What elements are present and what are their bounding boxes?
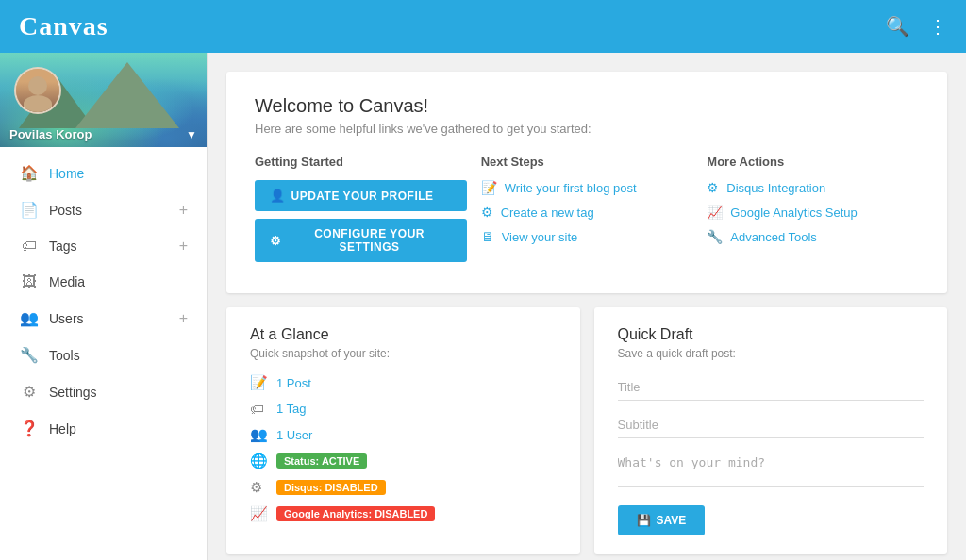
quick-draft-title: Quick Draft bbox=[618, 326, 924, 343]
glance-users-item: 👥 1 User bbox=[250, 426, 557, 443]
sidebar-item-label: Posts bbox=[49, 203, 179, 218]
more-actions-col: More Actions ⚙ Disqus Integration 📈 Goog… bbox=[707, 155, 919, 270]
home-icon: 🏠 bbox=[19, 164, 40, 182]
glance-disqus-item: ⚙ Disqus: DISABLED bbox=[250, 479, 557, 496]
quick-draft-card: Quick Draft Save a quick draft post: 💾 S… bbox=[594, 307, 948, 554]
posts-icon: 📄 bbox=[19, 201, 40, 219]
welcome-subtitle: Here are some helpful links we've gather… bbox=[255, 122, 919, 136]
disqus-badge: Disqus: DISABLED bbox=[276, 480, 386, 495]
welcome-card: Welcome to Canvas! Here are some helpful… bbox=[226, 72, 947, 293]
sidebar-item-users[interactable]: 👥 Users + bbox=[0, 300, 207, 337]
sidebar-item-help[interactable]: ❓ Help bbox=[0, 410, 207, 447]
globe-icon: 🌐 bbox=[250, 453, 267, 469]
posts-glance-icon: 📝 bbox=[250, 374, 267, 391]
quick-draft-subtitle: Save a quick draft post: bbox=[618, 347, 924, 360]
add-tag-icon[interactable]: + bbox=[179, 238, 188, 255]
configure-settings-button[interactable]: ⚙ CONFIGURE YOUR SETTINGS bbox=[255, 219, 467, 262]
glance-subtitle: Quick snapshot of your site: bbox=[250, 347, 557, 360]
google-analytics-link[interactable]: 📈 Google Analytics Setup bbox=[707, 205, 919, 220]
sidebar-item-label: Help bbox=[49, 421, 188, 436]
sidebar: Povilas Korop ▼ 🏠 Home 📄 Posts + 🏷 Tags … bbox=[0, 53, 208, 560]
getting-started-heading: Getting Started bbox=[255, 155, 467, 169]
sidebar-item-settings[interactable]: ⚙ Settings bbox=[0, 373, 207, 410]
save-label: SAVE bbox=[657, 514, 687, 527]
sidebar-item-label: Tools bbox=[49, 348, 188, 363]
analytics-badge: Google Analytics: DISABLED bbox=[276, 506, 435, 521]
sidebar-item-posts[interactable]: 📄 Posts + bbox=[0, 191, 207, 228]
users-icon: 👥 bbox=[19, 309, 40, 327]
sidebar-item-home[interactable]: 🏠 Home bbox=[0, 155, 207, 191]
welcome-grid: Getting Started 👤 UPDATE YOUR PROFILE ⚙ … bbox=[255, 155, 919, 270]
view-site-link[interactable]: 🖥 View your site bbox=[481, 229, 693, 244]
analytics-icon: 📈 bbox=[707, 205, 723, 220]
sidebar-nav: 🏠 Home 📄 Posts + 🏷 Tags + 🖼 Media 👥 User… bbox=[0, 147, 207, 560]
tags-icon: 🏷 bbox=[19, 238, 40, 255]
user-icon: 👤 bbox=[270, 189, 286, 203]
bottom-row: At a Glance Quick snapshot of your site:… bbox=[226, 307, 947, 554]
disqus-glance-icon: ⚙ bbox=[250, 479, 267, 496]
header-actions: 🔍 ⋮ bbox=[886, 15, 947, 38]
gear-icon: ⚙ bbox=[270, 234, 282, 248]
getting-started-col: Getting Started 👤 UPDATE YOUR PROFILE ⚙ … bbox=[255, 155, 467, 270]
posts-count-link[interactable]: 1 Post bbox=[276, 376, 311, 390]
avatar bbox=[14, 67, 61, 114]
sidebar-item-label: Media bbox=[49, 274, 188, 289]
next-steps-col: Next Steps 📝 Write your first blog post … bbox=[481, 155, 693, 270]
blog-icon: 📝 bbox=[481, 180, 497, 195]
add-user-icon[interactable]: + bbox=[179, 310, 188, 327]
sidebar-item-label: Home bbox=[49, 166, 188, 181]
wrench-icon: 🔧 bbox=[707, 229, 723, 244]
logo: Canvas bbox=[19, 11, 108, 41]
sidebar-item-media[interactable]: 🖼 Media bbox=[0, 264, 207, 300]
disqus-integration-link[interactable]: ⚙ Disqus Integration bbox=[707, 180, 919, 195]
add-post-icon[interactable]: + bbox=[179, 202, 188, 219]
draft-title-input[interactable] bbox=[618, 374, 924, 401]
disqus-icon: ⚙ bbox=[707, 180, 719, 195]
at-a-glance-card: At a Glance Quick snapshot of your site:… bbox=[226, 307, 580, 554]
sidebar-username-row[interactable]: Povilas Korop ▼ bbox=[9, 127, 197, 141]
glance-title: At a Glance bbox=[250, 326, 557, 343]
write-blog-post-link[interactable]: 📝 Write your first blog post bbox=[481, 180, 693, 195]
header: Canvas 🔍 ⋮ bbox=[0, 0, 966, 53]
write-blog-post-label: Write your first blog post bbox=[505, 181, 637, 195]
update-profile-button[interactable]: 👤 UPDATE YOUR PROFILE bbox=[255, 180, 467, 211]
monitor-icon: 🖥 bbox=[481, 229, 494, 244]
users-count-link[interactable]: 1 User bbox=[276, 428, 312, 442]
advanced-tools-label: Advanced Tools bbox=[730, 230, 817, 244]
draft-body-textarea[interactable] bbox=[618, 450, 924, 487]
advanced-tools-link[interactable]: 🔧 Advanced Tools bbox=[707, 229, 919, 244]
disqus-integration-label: Disqus Integration bbox=[726, 181, 825, 195]
settings-icon: ⚙ bbox=[19, 383, 40, 401]
more-menu-icon[interactable]: ⋮ bbox=[928, 15, 947, 38]
view-site-label: View your site bbox=[502, 230, 578, 244]
tag-circle-icon: ⚙ bbox=[481, 205, 493, 220]
glance-posts-item: 📝 1 Post bbox=[250, 374, 557, 391]
sidebar-item-tools[interactable]: 🔧 Tools bbox=[0, 337, 207, 373]
google-analytics-label: Google Analytics Setup bbox=[730, 206, 857, 220]
tags-count-link[interactable]: 1 Tag bbox=[276, 402, 307, 416]
sidebar-item-label: Tags bbox=[49, 239, 179, 254]
draft-subtitle-input[interactable] bbox=[618, 412, 924, 438]
users-glance-icon: 👥 bbox=[250, 426, 267, 443]
more-actions-heading: More Actions bbox=[707, 155, 919, 169]
glance-analytics-item: 📈 Google Analytics: DISABLED bbox=[250, 505, 557, 522]
status-badge: Status: ACTIVE bbox=[276, 453, 367, 469]
tags-glance-icon: 🏷 bbox=[250, 401, 267, 417]
create-tag-label: Create a new tag bbox=[501, 206, 594, 220]
next-steps-heading: Next Steps bbox=[481, 155, 693, 169]
username: Povilas Korop bbox=[9, 127, 92, 141]
search-icon[interactable]: 🔍 bbox=[886, 15, 909, 38]
media-icon: 🖼 bbox=[19, 273, 40, 290]
analytics-glance-icon: 📈 bbox=[250, 505, 267, 522]
help-icon: ❓ bbox=[19, 420, 40, 437]
body-wrap: Povilas Korop ▼ 🏠 Home 📄 Posts + 🏷 Tags … bbox=[0, 53, 966, 560]
update-profile-label: UPDATE YOUR PROFILE bbox=[291, 189, 434, 203]
glance-tags-item: 🏷 1 Tag bbox=[250, 401, 557, 417]
save-draft-button[interactable]: 💾 SAVE bbox=[618, 505, 706, 535]
save-icon: 💾 bbox=[637, 514, 651, 527]
welcome-title: Welcome to Canvas! bbox=[255, 95, 919, 117]
sidebar-profile: Povilas Korop ▼ bbox=[0, 53, 207, 147]
chevron-down-icon: ▼ bbox=[186, 128, 197, 141]
sidebar-item-tags[interactable]: 🏷 Tags + bbox=[0, 228, 207, 264]
create-tag-link[interactable]: ⚙ Create a new tag bbox=[481, 205, 693, 220]
